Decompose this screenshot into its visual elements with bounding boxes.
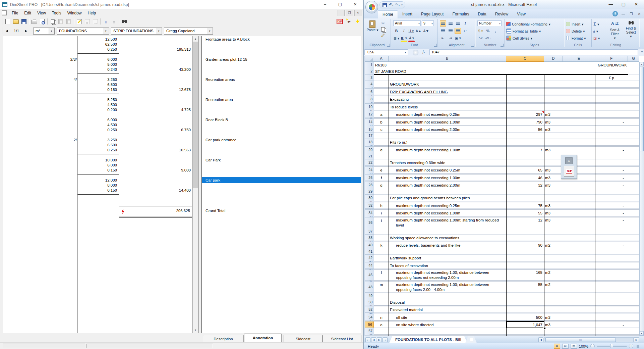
row-header-36[interactable]: 36 bbox=[365, 217, 374, 228]
align-right-button[interactable] bbox=[455, 28, 461, 34]
dimension-value[interactable]: 4.500 bbox=[37, 102, 117, 107]
user-dropdown[interactable]: Gregg Copeland ▼ bbox=[164, 28, 213, 35]
cell-a36[interactable]: j bbox=[374, 218, 389, 223]
dsp-export-button[interactable] bbox=[336, 17, 344, 25]
accounting-format-button[interactable]: $ ▾ bbox=[477, 28, 484, 34]
next-sheet-icon[interactable]: ▶ bbox=[377, 337, 382, 342]
cell-b30[interactable]: For pile caps and ground beams between p… bbox=[390, 195, 470, 201]
ribbon-tab-review[interactable]: Review bbox=[491, 10, 513, 18]
annotation-item[interactable]: Recreation areas bbox=[202, 77, 361, 83]
annotation-item[interactable]: Car park entrance bbox=[202, 137, 361, 143]
customize-quick-access-icon[interactable]: ▾ bbox=[401, 4, 403, 6]
column-header-G[interactable]: G bbox=[628, 56, 639, 62]
copy-icon[interactable] bbox=[381, 27, 385, 32]
scroll-up-icon[interactable]: ▲ bbox=[640, 62, 644, 66]
ribbon-tab-data[interactable]: Data bbox=[473, 10, 490, 18]
sort-filter-button[interactable]: A↓Z Sort & Filter▾ bbox=[607, 21, 623, 40]
maximize-button[interactable]: ▢ bbox=[617, 0, 630, 9]
row-header-24[interactable]: 24 bbox=[365, 167, 374, 173]
ribbon-tab-formulas[interactable]: Formulas bbox=[448, 10, 473, 18]
cell-b46[interactable]: maximum depth not exceeding 1.00; distan… bbox=[396, 270, 500, 280]
cell-f20[interactable]: - bbox=[595, 147, 624, 153]
column-header-D[interactable]: D bbox=[544, 56, 563, 62]
row-header-20[interactable]: 20 bbox=[365, 147, 374, 153]
cell-d36[interactable]: m3 bbox=[545, 218, 550, 223]
dimension-value[interactable]: 10.000 bbox=[37, 158, 117, 163]
cell-f54[interactable]: - bbox=[595, 314, 624, 321]
minimize-button[interactable]: – bbox=[317, 0, 333, 9]
redo-icon[interactable]: ↷▾ bbox=[395, 2, 400, 8]
paste-button[interactable]: Paste ▾ bbox=[365, 20, 380, 32]
cell-f26[interactable]: - bbox=[595, 175, 624, 181]
cell-b6[interactable]: D20: EXCAVATING AND FILLING bbox=[390, 89, 448, 95]
column-header-F[interactable]: F bbox=[595, 56, 628, 62]
annotation-grand-total[interactable]: Grand Total bbox=[202, 208, 361, 214]
row-header-52[interactable]: 52 bbox=[365, 306, 374, 313]
row-header-28[interactable]: 28 bbox=[365, 182, 374, 188]
cell-a46[interactable]: l bbox=[374, 270, 389, 275]
cell-c36[interactable]: 12 bbox=[506, 218, 542, 223]
tab-sidecast-list[interactable]: Sidecast List bbox=[323, 335, 361, 342]
help-icon[interactable]: ? bbox=[612, 11, 618, 16]
close-button[interactable]: ✕ bbox=[630, 0, 643, 9]
section-dropdown[interactable]: STRIP FOUNDATIONS ▼ bbox=[111, 28, 162, 35]
row-header-58[interactable]: 58 bbox=[365, 334, 374, 336]
conditional-formatting-button[interactable]: Conditional Formatting ▾ bbox=[506, 20, 550, 28]
cell-b26[interactable]: maximum depth not exceeding 1.00m bbox=[396, 175, 460, 181]
increase-indent-button[interactable]: ⇥ bbox=[447, 35, 454, 41]
cell-f14[interactable]: - bbox=[595, 119, 624, 126]
row-header-18[interactable]: 18 bbox=[365, 139, 374, 145]
row-header-21[interactable]: 21 bbox=[365, 153, 374, 159]
chevron-down-icon[interactable]: ▼ bbox=[156, 28, 161, 34]
cell-d24[interactable]: m3 bbox=[545, 167, 550, 173]
cell-a32[interactable]: h bbox=[374, 203, 389, 209]
cell-b28[interactable]: maximum depth not exceeding 2.00m bbox=[396, 182, 460, 189]
sheet-vertical-scrollbar[interactable]: ▲ ▼ bbox=[192, 36, 198, 333]
wrap-text-button[interactable]: ↩ bbox=[462, 28, 468, 34]
dimension-value[interactable]: 0.200 bbox=[37, 107, 117, 112]
cell-b52[interactable]: Excavated material bbox=[390, 307, 423, 313]
row-header-29[interactable]: 29 bbox=[365, 188, 374, 195]
maximize-button[interactable]: ▢ bbox=[333, 0, 348, 9]
row-header-56[interactable]: 56 bbox=[365, 321, 374, 328]
find-select-button[interactable]: Find & Select▾ bbox=[624, 21, 638, 38]
cell-b4[interactable]: GROUNDWORK bbox=[390, 81, 419, 88]
cell-b8[interactable]: Excavating bbox=[390, 96, 409, 103]
quick-send-button[interactable] bbox=[354, 17, 362, 25]
font-color-button[interactable]: A ▾ bbox=[408, 35, 415, 42]
merge-center-button[interactable]: ▣ ▾ bbox=[455, 35, 461, 41]
increase-decimal-button[interactable]: +.0 bbox=[477, 35, 484, 41]
row-header-50[interactable]: 50 bbox=[365, 299, 374, 305]
send-to-bill-button[interactable] bbox=[102, 18, 110, 26]
dimension-value[interactable]: 0.240 bbox=[37, 67, 117, 72]
cell-d26[interactable]: m3 bbox=[545, 175, 550, 181]
dimension-value[interactable]: 8.000 bbox=[37, 183, 117, 188]
dimension-value[interactable]: 5.250 bbox=[37, 97, 117, 102]
annotation-item[interactable]: Garden areas plot 12-15 bbox=[202, 56, 361, 62]
sheet-row[interactable] bbox=[374, 293, 639, 299]
menu-help[interactable]: Help bbox=[85, 9, 99, 17]
cell-b38[interactable]: Working space allowance to excavations bbox=[390, 235, 459, 241]
fill-handle[interactable] bbox=[543, 327, 546, 330]
format-painter-icon[interactable]: 🖉 bbox=[381, 33, 385, 37]
bold-button[interactable]: B bbox=[393, 28, 400, 34]
cell-f28[interactable]: - bbox=[595, 182, 624, 189]
cell-a1[interactable]: R6103 bbox=[375, 62, 390, 68]
cell-f16[interactable]: - bbox=[595, 127, 624, 133]
dimension-value[interactable]: 6.000 bbox=[37, 117, 117, 122]
sheet-row[interactable] bbox=[374, 188, 639, 195]
cell-f24[interactable]: - bbox=[595, 167, 624, 173]
row-header-26[interactable]: 26 bbox=[365, 174, 374, 181]
scroll-left-icon[interactable]: ◀ bbox=[538, 337, 543, 342]
delete-cells-button[interactable]: Delete ▾ bbox=[566, 28, 585, 35]
dimension-value[interactable]: 12.500 bbox=[37, 37, 117, 42]
sheet-row[interactable] bbox=[374, 68, 639, 74]
worksheet-vertical-scrollbar[interactable]: ▲ ▼ bbox=[639, 62, 644, 336]
cell-styles-button[interactable]: Cell Styles ▾ bbox=[506, 35, 532, 42]
page-layout-view-button[interactable]: ▤ bbox=[562, 344, 569, 349]
ribbon-tab-insert[interactable]: Insert bbox=[398, 10, 417, 18]
cell-c28[interactable]: 32 bbox=[506, 182, 542, 189]
dimension-value[interactable]: 0.150 bbox=[37, 168, 117, 173]
name-box[interactable]: C56▼ bbox=[364, 49, 408, 55]
cell-b14[interactable]: maximum depth not exceeding 1.00m bbox=[396, 119, 460, 126]
